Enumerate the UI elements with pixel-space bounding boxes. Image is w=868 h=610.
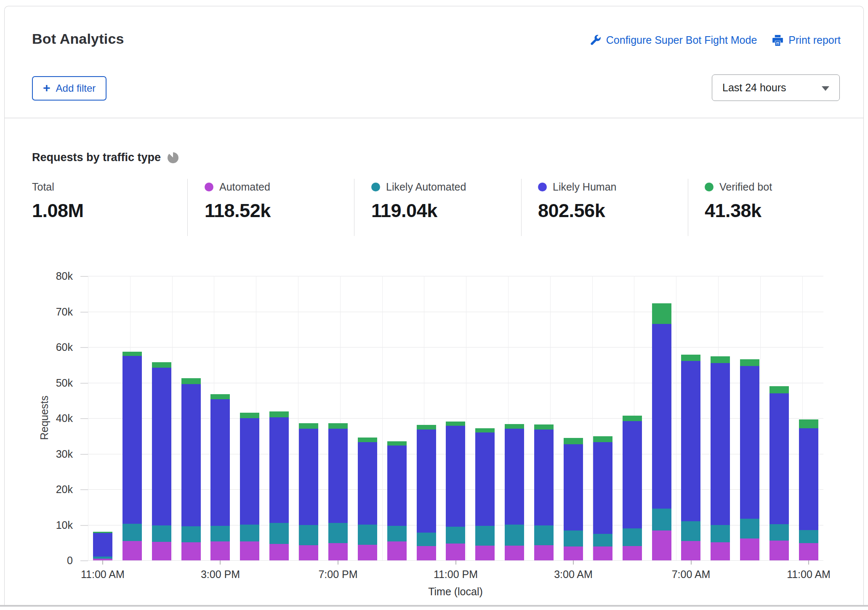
bar-segment-likely-human[interactable] [740, 366, 759, 519]
bar-segment-likely-human[interactable] [181, 384, 201, 526]
bar-segment-verified-bot[interactable] [240, 413, 259, 419]
bar-segment-likely-automated[interactable] [240, 525, 259, 542]
bar-segment-likely-automated[interactable] [740, 519, 759, 538]
bar-segment-verified-bot[interactable] [299, 423, 318, 429]
bar-segment-automated[interactable] [534, 545, 554, 560]
stacked-bar[interactable] [299, 423, 318, 560]
stacked-bar[interactable] [564, 438, 583, 560]
bar-segment-verified-bot[interactable] [652, 303, 671, 324]
bar-segment-automated[interactable] [740, 538, 759, 560]
stat-likely-human[interactable]: Likely Human802.56k [538, 180, 616, 222]
bar-segment-likely-human[interactable] [769, 393, 789, 524]
bar-segment-verified-bot[interactable] [387, 441, 407, 446]
bar-segment-likely-human[interactable] [122, 356, 142, 524]
bar-segment-automated[interactable] [446, 544, 465, 560]
bar-segment-likely-human[interactable] [446, 426, 465, 527]
bar-segment-likely-automated[interactable] [799, 530, 818, 543]
bar-segment-automated[interactable] [799, 543, 818, 560]
stat-total[interactable]: Total1.08M [32, 180, 84, 222]
bar-segment-likely-automated[interactable] [417, 533, 436, 546]
stat-verified-bot[interactable]: Verified bot41.38k [705, 180, 772, 222]
stat-likely-automated[interactable]: Likely Automated119.04k [371, 180, 466, 222]
bar-segment-likely-human[interactable] [505, 429, 524, 524]
bar-segment-verified-bot[interactable] [210, 394, 230, 399]
bar-segment-verified-bot[interactable] [475, 428, 495, 432]
stacked-bar[interactable] [269, 411, 289, 560]
bar-segment-likely-human[interactable] [623, 421, 642, 528]
bar-segment-likely-human[interactable] [269, 417, 289, 523]
bar-segment-likely-automated[interactable] [652, 509, 671, 530]
bar-segment-automated[interactable] [417, 546, 436, 560]
bar-segment-automated[interactable] [152, 542, 171, 560]
stacked-bar[interactable] [534, 424, 554, 560]
bar-segment-likely-automated[interactable] [122, 524, 142, 541]
stacked-bar[interactable] [181, 378, 201, 560]
bar-segment-likely-human[interactable] [299, 429, 318, 525]
bar-segment-automated[interactable] [475, 546, 495, 560]
bar-segment-automated[interactable] [652, 530, 671, 560]
bar-segment-verified-bot[interactable] [799, 419, 818, 428]
bar-segment-automated[interactable] [240, 541, 259, 560]
bar-segment-likely-human[interactable] [240, 418, 259, 525]
bar-segment-verified-bot[interactable] [593, 436, 612, 442]
stacked-bar[interactable] [681, 355, 700, 560]
bar-segment-likely-human[interactable] [799, 428, 818, 530]
stacked-bar[interactable] [152, 362, 171, 560]
bar-segment-verified-bot[interactable] [711, 356, 730, 363]
bar-segment-likely-human[interactable] [564, 444, 583, 530]
stat-automated[interactable]: Automated118.52k [205, 180, 271, 222]
bar-segment-automated[interactable] [623, 546, 642, 560]
bar-segment-automated[interactable] [299, 545, 318, 560]
bar-segment-likely-human[interactable] [328, 429, 348, 523]
bar-segment-verified-bot[interactable] [623, 416, 642, 421]
stacked-bar[interactable] [210, 394, 230, 560]
bar-segment-verified-bot[interactable] [122, 352, 142, 356]
bar-segment-likely-human[interactable] [475, 432, 495, 526]
bar-segment-likely-automated[interactable] [269, 523, 289, 544]
bar-segment-verified-bot[interactable] [681, 355, 700, 361]
bar-segment-likely-automated[interactable] [299, 525, 318, 545]
bar-segment-automated[interactable] [681, 541, 700, 560]
bar-segment-likely-human[interactable] [93, 533, 112, 557]
bar-segment-likely-automated[interactable] [769, 524, 789, 541]
stacked-bar[interactable] [446, 422, 465, 560]
bar-segment-likely-automated[interactable] [505, 525, 524, 546]
bar-segment-automated[interactable] [358, 545, 377, 560]
bar-segment-verified-bot[interactable] [564, 438, 583, 444]
bar-segment-likely-human[interactable] [210, 399, 230, 526]
bar-segment-likely-automated[interactable] [475, 526, 495, 545]
bar-segment-likely-human[interactable] [534, 430, 554, 525]
stacked-bar[interactable] [623, 416, 642, 560]
bar-segment-verified-bot[interactable] [358, 438, 377, 442]
bar-segment-likely-automated[interactable] [181, 526, 201, 542]
bar-segment-automated[interactable] [122, 541, 142, 560]
bar-segment-likely-automated[interactable] [328, 523, 348, 543]
bar-segment-verified-bot[interactable] [740, 359, 759, 366]
bar-segment-verified-bot[interactable] [505, 424, 524, 429]
bar-segment-automated[interactable] [769, 541, 789, 560]
bar-segment-automated[interactable] [181, 542, 201, 560]
bar-segment-automated[interactable] [505, 546, 524, 560]
stacked-bar[interactable] [387, 441, 407, 560]
bar-segment-verified-bot[interactable] [534, 424, 554, 430]
bar-segment-likely-automated[interactable] [534, 525, 554, 545]
bar-segment-likely-human[interactable] [358, 442, 377, 525]
stacked-bar[interactable] [328, 423, 348, 560]
bar-segment-likely-human[interactable] [417, 430, 436, 533]
bar-segment-likely-human[interactable] [711, 363, 730, 525]
bar-segment-likely-automated[interactable] [358, 525, 377, 545]
stacked-bar[interactable] [358, 438, 377, 560]
bar-segment-likely-automated[interactable] [623, 528, 642, 546]
print-report-link[interactable]: Print report [772, 34, 841, 46]
bar-segment-automated[interactable] [711, 542, 730, 560]
bar-segment-likely-human[interactable] [387, 446, 407, 526]
bar-segment-likely-automated[interactable] [564, 530, 583, 546]
stacked-bar[interactable] [740, 359, 759, 560]
configure-super-bot-fight-mode-link[interactable]: Configure Super Bot Fight Mode [590, 34, 757, 46]
add-filter-button[interactable]: + Add filter [32, 76, 107, 101]
bar-segment-verified-bot[interactable] [446, 422, 465, 426]
bar-segment-automated[interactable] [593, 546, 612, 560]
bar-segment-likely-automated[interactable] [387, 526, 407, 541]
stacked-bar[interactable] [799, 419, 818, 560]
stacked-bar[interactable] [475, 428, 495, 560]
